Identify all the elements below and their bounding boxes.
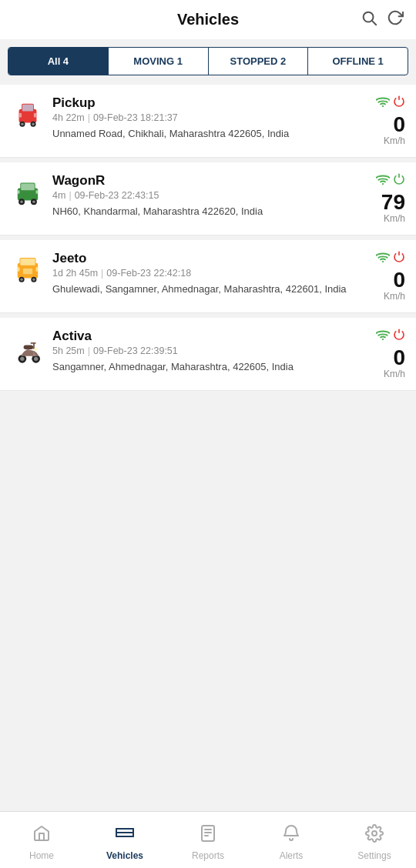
nav-label-reports: Reports [192,850,224,861]
nav-label-alerts: Alerts [280,850,304,861]
bottom-nav: Home Vehicles Reports [0,811,416,868]
vehicles-icon [115,824,135,847]
nav-item-vehicles[interactable]: Vehicles [83,812,166,868]
nav-label-home: Home [29,850,54,861]
svg-point-41 [382,339,384,340]
nav-item-alerts[interactable]: Alerts [250,812,333,868]
vehicle-status-jeeto: 0 Km/h [359,251,405,302]
vehicle-icon-jeeto [11,252,45,286]
status-icons-wagonr [376,173,405,189]
vehicle-card-activa[interactable]: Activa 5h 25m | 09-Feb-23 22:39:51 Sanga… [0,318,416,391]
svg-point-6 [21,122,24,125]
home-icon [32,824,51,847]
tab-all[interactable]: All 4 [8,48,109,75]
svg-point-11 [382,105,384,107]
vehicle-info-activa: Activa 5h 25m | 09-Feb-23 22:39:51 Sanga… [52,329,351,374]
svg-rect-20 [36,190,39,193]
vehicle-meta-activa: 5h 25m | 09-Feb-23 22:39:51 [52,346,351,356]
svg-point-26 [20,278,23,281]
vehicle-name-jeeto: Jeeto [52,251,351,266]
speed-value-activa: 0 [393,347,405,369]
settings-icon [365,824,384,847]
svg-point-21 [382,183,384,185]
vehicle-card-wagonr[interactable]: WagonR 4m | 09-Feb-23 22:43:15 NH60, Kha… [0,162,416,235]
svg-rect-4 [22,105,33,112]
svg-point-36 [34,357,38,361]
nav-label-settings: Settings [357,850,391,861]
vehicle-meta-jeeto: 1d 2h 45m | 09-Feb-23 22:42:18 [52,268,351,279]
svg-point-40 [34,348,38,351]
svg-rect-31 [23,269,32,274]
vehicle-address-pickup: Unnamed Road, Chikhali, Maharashtra 4226… [52,127,351,141]
status-icons-pickup [376,95,405,111]
power-icon-wagonr [393,173,405,189]
nav-item-reports[interactable]: Reports [166,812,250,868]
speed-unit-activa: Km/h [384,369,405,379]
speed-unit-jeeto: Km/h [384,291,405,302]
tab-offline[interactable]: OFFLINE 1 [308,48,408,75]
vehicle-info-wagonr: WagonR 4m | 09-Feb-23 22:43:15 NH60, Kha… [52,173,351,219]
wifi-icon-pickup [376,96,390,110]
reports-icon [200,824,216,847]
vehicle-meta-pickup: 4h 22m | 09-Feb-23 18:21:37 [52,112,351,123]
svg-rect-19 [18,190,20,193]
svg-rect-37 [24,346,33,349]
speed-value-wagonr: 79 [381,192,405,213]
vehicle-status-pickup: 0 Km/h [359,95,405,146]
vehicle-list: Pickup 4h 22m | 09-Feb-23 18:21:37 Unnam… [0,80,416,811]
vehicle-name-wagonr: WagonR [52,173,351,189]
filter-tabs: All 4 MOVING 1 STOPPED 2 OFFLINE 1 [8,47,408,75]
svg-point-32 [382,261,384,262]
header-icons [361,9,404,31]
vehicle-icon-pickup [11,97,45,131]
vehicle-status-wagonr: 79 Km/h [359,173,405,224]
vehicle-name-activa: Activa [52,329,351,344]
alerts-icon [283,824,300,847]
power-icon-activa [393,329,405,344]
svg-point-16 [20,200,23,203]
vehicle-info-pickup: Pickup 4h 22m | 09-Feb-23 18:21:37 Unnam… [52,95,351,141]
vehicle-card-pickup[interactable]: Pickup 4h 22m | 09-Feb-23 18:21:37 Unnam… [0,85,416,158]
wifi-icon-activa [376,329,390,343]
speed-unit-pickup: Km/h [384,135,405,146]
svg-rect-39 [31,342,36,344]
nav-item-home[interactable]: Home [0,812,83,868]
power-icon-pickup [393,95,405,111]
vehicle-address-jeeto: Ghulewadi, Sangamner, Ahmednagar, Mahara… [52,282,351,296]
svg-rect-24 [20,259,35,265]
vehicle-card-jeeto[interactable]: Jeeto 1d 2h 45m | 09-Feb-23 22:42:18 Ghu… [0,240,416,313]
svg-point-51 [372,831,377,836]
search-icon[interactable] [361,9,377,31]
page-title: Vehicles [177,11,239,28]
tab-moving[interactable]: MOVING 1 [109,48,209,75]
vehicle-name-pickup: Pickup [52,95,351,111]
power-icon-jeeto [393,251,405,266]
nav-label-vehicles: Vehicles [106,850,143,861]
status-icons-jeeto [376,251,405,266]
vehicle-address-wagonr: NH60, Khandarmal, Maharashtra 422620, In… [52,205,351,219]
status-icons-activa [376,329,405,344]
speed-value-jeeto: 0 [393,269,405,291]
app-header: Vehicles [0,0,416,39]
svg-rect-9 [19,113,22,117]
vehicle-status-activa: 0 Km/h [359,329,405,379]
speed-value-pickup: 0 [393,114,405,135]
svg-point-8 [32,122,35,125]
svg-rect-29 [18,267,20,271]
wifi-icon-wagonr [376,174,390,188]
svg-rect-30 [36,267,39,271]
vehicle-icon-activa [11,330,45,367]
vehicle-address-activa: Sangamner, Ahmednagar, Maharashtra, 4226… [52,360,351,374]
svg-rect-14 [21,183,35,190]
vehicle-info-jeeto: Jeeto 1d 2h 45m | 09-Feb-23 22:42:18 Ghu… [52,251,351,296]
nav-item-settings[interactable]: Settings [333,812,416,868]
vehicle-icon-wagonr [11,175,45,209]
svg-rect-10 [34,113,37,117]
refresh-icon[interactable] [387,9,404,31]
svg-point-34 [20,357,24,361]
svg-line-1 [372,21,376,25]
speed-unit-wagonr: Km/h [384,213,405,224]
svg-point-28 [32,278,35,281]
svg-point-18 [32,200,35,203]
tab-stopped[interactable]: STOPPED 2 [209,48,309,75]
